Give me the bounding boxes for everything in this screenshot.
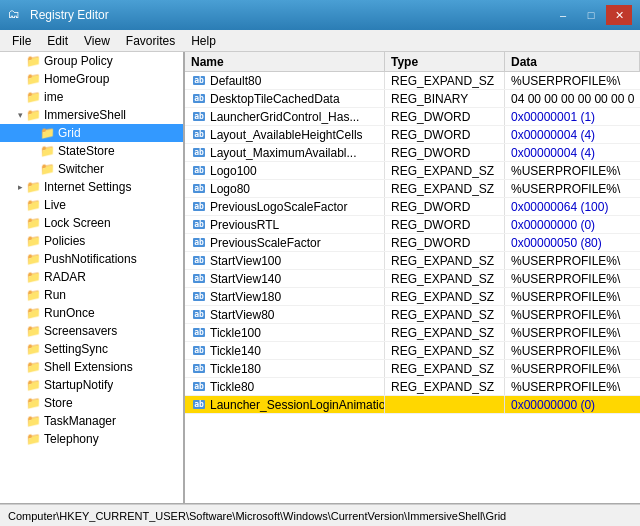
tree-label: RunOnce [44, 306, 95, 320]
folder-icon: 📁 [26, 180, 41, 194]
tree-item-ime[interactable]: 📁ime [0, 88, 183, 106]
cell-name: abStartView100 [185, 252, 385, 269]
status-bar: Computer\HKEY_CURRENT_USER\Software\Micr… [0, 504, 640, 526]
tree-item-lock-screen[interactable]: 📁Lock Screen [0, 214, 183, 232]
cell-name-text: Tickle140 [210, 344, 261, 358]
cell-name-text: PreviousLogoScaleFactor [210, 200, 347, 214]
menu-item-view[interactable]: View [76, 32, 118, 50]
tree-label: PushNotifications [44, 252, 137, 266]
column-header-type[interactable]: Type [385, 52, 505, 71]
tree-label: Live [44, 198, 66, 212]
registry-icon: ab [191, 164, 207, 178]
table-row[interactable]: abPreviousRTLREG_DWORD0x00000000 (0) [185, 216, 640, 234]
tree-item-run[interactable]: 📁Run [0, 286, 183, 304]
folder-icon: 📁 [40, 144, 55, 158]
tree-label: Run [44, 288, 66, 302]
table-row[interactable]: abLogo80REG_EXPAND_SZ%USERPROFILE%\ [185, 180, 640, 198]
table-row[interactable]: abTickle140REG_EXPAND_SZ%USERPROFILE%\ [185, 342, 640, 360]
tree-item-runonce[interactable]: 📁RunOnce [0, 304, 183, 322]
table-row[interactable]: abLauncher_SessionLoginAnimation_OnShow_… [185, 396, 640, 414]
folder-icon: 📁 [26, 396, 41, 410]
tree-item-statestore[interactable]: 📁StateStore [0, 142, 183, 160]
tree-item-internet-settings[interactable]: ▸📁Internet Settings [0, 178, 183, 196]
cell-name-text: Logo80 [210, 182, 250, 196]
tree-item-grid[interactable]: 📁Grid [0, 124, 183, 142]
tree-item-screensavers[interactable]: 📁Screensavers [0, 322, 183, 340]
cell-type: REG_BINARY [385, 90, 505, 107]
table-row[interactable]: abLauncherGridControl_Has...REG_DWORD0x0… [185, 108, 640, 126]
tree-item-homegroup[interactable]: 📁HomeGroup [0, 70, 183, 88]
folder-icon: 📁 [26, 378, 41, 392]
column-header-data[interactable]: Data [505, 52, 640, 71]
registry-icon: ab [191, 92, 207, 106]
cell-data: %USERPROFILE%\ [505, 252, 640, 269]
cell-name: abTickle140 [185, 342, 385, 359]
close-button[interactable]: ✕ [606, 5, 632, 25]
cell-data: 0x00000004 (4) [505, 126, 640, 143]
table-row[interactable]: abPreviousScaleFactorREG_DWORD0x00000050… [185, 234, 640, 252]
registry-icon: ab [191, 200, 207, 214]
cell-data: %USERPROFILE%\ [505, 72, 640, 89]
menu-item-edit[interactable]: Edit [39, 32, 76, 50]
registry-icon: ab [191, 254, 207, 268]
registry-icon: ab [191, 74, 207, 88]
registry-icon: ab [191, 236, 207, 250]
cell-name: abStartView140 [185, 270, 385, 287]
folder-icon: 📁 [26, 108, 41, 122]
tree-label: Telephony [44, 432, 99, 446]
tree-item-shell-extensions[interactable]: 📁Shell Extensions [0, 358, 183, 376]
menu-item-file[interactable]: File [4, 32, 39, 50]
table-row[interactable]: abLayout_MaximumAvailabl...REG_DWORD0x00… [185, 144, 640, 162]
tree-item-live[interactable]: 📁Live [0, 196, 183, 214]
registry-icon: ab [191, 146, 207, 160]
registry-icon: ab [191, 326, 207, 340]
cell-name: abLogo100 [185, 162, 385, 179]
cell-name-text: LauncherGridControl_Has... [210, 110, 359, 124]
data-pane[interactable]: Name Type Data abDefault80REG_EXPAND_SZ%… [185, 52, 640, 503]
table-row[interactable]: abLayout_AvailableHeightCellsREG_DWORD0x… [185, 126, 640, 144]
folder-icon: 📁 [26, 324, 41, 338]
cell-name: abLayout_MaximumAvailabl... [185, 144, 385, 161]
tree-item-settingsync[interactable]: 📁SettingSync [0, 340, 183, 358]
cell-type: REG_EXPAND_SZ [385, 162, 505, 179]
table-row[interactable]: abLogo100REG_EXPAND_SZ%USERPROFILE%\ [185, 162, 640, 180]
table-row[interactable]: abTickle180REG_EXPAND_SZ%USERPROFILE%\ [185, 360, 640, 378]
tree-item-switcher[interactable]: 📁Switcher [0, 160, 183, 178]
cell-data: %USERPROFILE%\ [505, 360, 640, 377]
expand-icon: ▾ [14, 110, 26, 120]
tree-pane[interactable]: 📁Group Policy📁HomeGroup📁ime▾📁ImmersiveSh… [0, 52, 185, 503]
table-row[interactable]: abStartView140REG_EXPAND_SZ%USERPROFILE%… [185, 270, 640, 288]
tree-item-immersiveshell[interactable]: ▾📁ImmersiveShell [0, 106, 183, 124]
cell-name-text: StartView100 [210, 254, 281, 268]
tree-label: Lock Screen [44, 216, 111, 230]
tree-label: Switcher [58, 162, 104, 176]
tree-item-telephony[interactable]: 📁Telephony [0, 430, 183, 448]
table-row[interactable]: abDefault80REG_EXPAND_SZ%USERPROFILE%\ [185, 72, 640, 90]
folder-icon: 📁 [40, 126, 55, 140]
menu-item-help[interactable]: Help [183, 32, 224, 50]
tree-item-taskmanager[interactable]: 📁TaskManager [0, 412, 183, 430]
cell-name-text: Tickle180 [210, 362, 261, 376]
cell-type: REG_DWORD [385, 144, 505, 161]
cell-type [385, 396, 505, 413]
cell-name: abDefault80 [185, 72, 385, 89]
table-row[interactable]: abPreviousLogoScaleFactorREG_DWORD0x0000… [185, 198, 640, 216]
table-row[interactable]: abDesktopTileCachedDataREG_BINARY04 00 0… [185, 90, 640, 108]
folder-icon: 📁 [26, 216, 41, 230]
tree-item-policies[interactable]: 📁Policies [0, 232, 183, 250]
tree-item-startupnotify[interactable]: 📁StartupNotify [0, 376, 183, 394]
menu-item-favorites[interactable]: Favorites [118, 32, 183, 50]
tree-item-pushnotifications[interactable]: 📁PushNotifications [0, 250, 183, 268]
table-row[interactable]: abTickle80REG_EXPAND_SZ%USERPROFILE%\ [185, 378, 640, 396]
cell-name: abLogo80 [185, 180, 385, 197]
maximize-button[interactable]: □ [578, 5, 604, 25]
minimize-button[interactable]: – [550, 5, 576, 25]
tree-item-group-policy[interactable]: 📁Group Policy [0, 52, 183, 70]
table-row[interactable]: abTickle100REG_EXPAND_SZ%USERPROFILE%\ [185, 324, 640, 342]
tree-item-store[interactable]: 📁Store [0, 394, 183, 412]
table-row[interactable]: abStartView100REG_EXPAND_SZ%USERPROFILE%… [185, 252, 640, 270]
table-row[interactable]: abStartView80REG_EXPAND_SZ%USERPROFILE%\ [185, 306, 640, 324]
tree-item-radar[interactable]: 📁RADAR [0, 268, 183, 286]
table-row[interactable]: abStartView180REG_EXPAND_SZ%USERPROFILE%… [185, 288, 640, 306]
column-header-name[interactable]: Name [185, 52, 385, 71]
